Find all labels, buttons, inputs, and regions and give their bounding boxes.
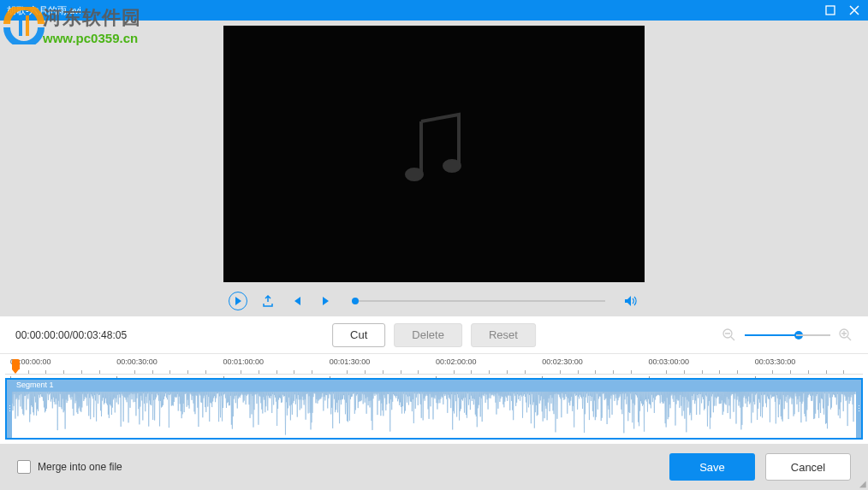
maximize-button[interactable] — [823, 3, 837, 17]
preview-area — [0, 21, 868, 316]
segment[interactable]: Segment 1 — [12, 380, 856, 438]
save-button[interactable]: Save — [669, 453, 755, 481]
window-title: 胡歌-六月的雨.avi — [7, 4, 823, 17]
play-button[interactable] — [229, 292, 247, 310]
close-button[interactable] — [847, 3, 861, 17]
playback-controls — [223, 287, 645, 315]
seek-slider[interactable] — [352, 300, 605, 302]
merge-checkbox[interactable] — [17, 460, 31, 474]
prev-frame-button[interactable] — [288, 292, 306, 310]
zoom-controls — [722, 328, 853, 342]
music-note-icon — [395, 111, 473, 197]
titlebar: 胡歌-六月的雨.avi — [0, 0, 868, 21]
timeline: 00:00:00:0000:00:30:0000:01:00:0000:01:3… — [0, 354, 868, 444]
resize-grip-icon[interactable]: ◢ — [859, 479, 866, 488]
zoom-in-icon[interactable] — [839, 328, 853, 342]
export-icon[interactable] — [259, 292, 276, 310]
ruler-tick: 00:03:30:00 — [755, 357, 796, 366]
reset-button[interactable]: Reset — [471, 323, 536, 347]
ruler-tick: 00:01:00:00 — [223, 357, 265, 366]
delete-button[interactable]: Delete — [394, 323, 462, 347]
ruler-tick: 00:02:00:00 — [436, 357, 477, 366]
timecode-display: 00:00:00:00/00:03:48:05 — [15, 329, 127, 341]
volume-icon[interactable] — [622, 292, 639, 310]
zoom-out-icon[interactable] — [722, 328, 736, 342]
merge-label: Merge into one file — [38, 461, 122, 473]
toolbar: 00:00:00:00/00:03:48:05 Cut Delete Reset — [0, 316, 868, 354]
svg-rect-0 — [826, 6, 835, 15]
segment-handle-right[interactable]: ⋮ — [856, 380, 861, 438]
video-preview[interactable] — [223, 26, 645, 282]
ruler-tick: 00:03:00:00 — [649, 357, 690, 366]
segment-track: ⋮ Segment 1 ⋮ — [5, 378, 863, 440]
seek-handle[interactable] — [352, 298, 359, 304]
footer: Merge into one file Save Cancel ◢ — [0, 444, 868, 490]
merge-option[interactable]: Merge into one file — [17, 460, 122, 474]
playhead[interactable] — [12, 359, 20, 374]
svg-point-4 — [443, 159, 461, 173]
next-frame-button[interactable] — [318, 292, 335, 310]
ruler-tick: 00:02:30:00 — [542, 357, 583, 366]
window-controls — [823, 3, 861, 17]
waveform — [12, 392, 856, 438]
zoom-handle[interactable] — [794, 331, 803, 339]
cut-button[interactable]: Cut — [332, 323, 385, 347]
svg-point-3 — [405, 168, 424, 181]
cancel-button[interactable]: Cancel — [765, 453, 851, 481]
zoom-slider[interactable] — [745, 334, 830, 336]
segment-label: Segment 1 — [12, 380, 856, 392]
ruler-tick: 00:01:30:00 — [330, 357, 371, 366]
ruler-tick: 00:00:30:00 — [116, 357, 158, 366]
timeline-ruler[interactable]: 00:00:00:0000:00:30:0000:01:00:0000:01:3… — [5, 357, 863, 375]
